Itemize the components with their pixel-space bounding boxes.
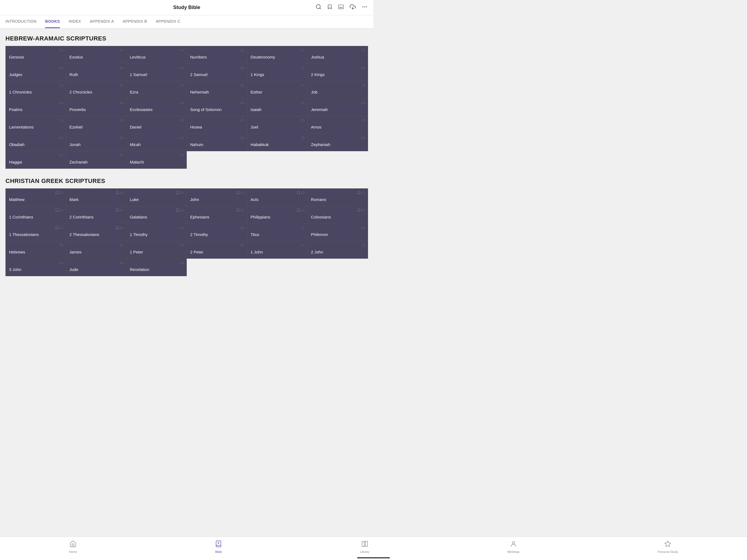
book-cell[interactable]: Judges [6, 64, 66, 81]
book-cell[interactable]: 2 Peter [187, 241, 247, 259]
book-cell[interactable]: Luke [127, 189, 187, 206]
tab-books[interactable]: BOOKS [45, 15, 60, 28]
book-cell[interactable]: Mark [66, 189, 127, 206]
book-cell[interactable]: Obadiah [6, 134, 66, 151]
book-name: Revelation [130, 267, 149, 272]
book-cell[interactable]: Haggai [6, 151, 66, 169]
cloud-icon[interactable] [350, 4, 356, 11]
book-cell[interactable]: Colossians [308, 206, 368, 224]
book-cell[interactable]: Psalms [6, 99, 66, 116]
book-cell[interactable]: Hebrews [6, 241, 66, 259]
book-cell[interactable]: Nahum [187, 134, 247, 151]
book-cell[interactable]: Matthew [6, 189, 66, 206]
tab-appendix-c[interactable]: APPENDIX C [156, 15, 180, 28]
book-cell[interactable]: 1 Thessalonians [6, 224, 66, 241]
audio-icon [180, 66, 184, 71]
audio-icon [240, 48, 244, 53]
book-name: James [70, 250, 81, 255]
svg-rect-54 [361, 103, 362, 104]
book-cell[interactable]: Nehemiah [187, 81, 247, 99]
book-cell[interactable]: Isaiah [247, 99, 308, 116]
tab-appendix-a[interactable]: APPENDIX A [90, 15, 114, 28]
book-cell[interactable]: Exodus [66, 46, 127, 64]
book-cell[interactable]: Joshua [308, 46, 368, 64]
audio-icon [240, 226, 244, 230]
book-cell[interactable]: Numbers [187, 46, 247, 64]
book-cell[interactable]: Titus [247, 224, 308, 241]
audio-icon [59, 48, 63, 53]
book-cell[interactable]: 3 John [6, 259, 66, 276]
book-cell[interactable]: Deuteronomy [247, 46, 308, 64]
book-cell[interactable]: Hosea [187, 116, 247, 134]
book-cell[interactable]: 1 Corinthians [6, 206, 66, 224]
book-cell[interactable]: 2 Timothy [187, 224, 247, 241]
book-cell[interactable]: Acts [247, 189, 308, 206]
book-cell[interactable]: James [66, 241, 127, 259]
book-cell[interactable]: Esther [247, 81, 308, 99]
tab-appendix-b[interactable]: APPENDIX B [123, 15, 147, 28]
book-cell[interactable]: Job [308, 81, 368, 99]
book-cell[interactable]: 2 Thessalonians [66, 224, 127, 241]
audio-bookmark-icons [116, 191, 124, 195]
audio-bookmark-icons [55, 208, 63, 212]
book-cell[interactable]: Leviticus [127, 46, 187, 64]
book-cell[interactable]: Philemon [308, 224, 368, 241]
book-cell[interactable]: 1 Samuel [127, 64, 187, 81]
book-cell[interactable]: 2 John [308, 241, 368, 259]
search-icon[interactable] [315, 4, 321, 11]
book-cell[interactable]: John [187, 189, 247, 206]
book-cell[interactable]: Zephaniah [308, 134, 368, 151]
book-cell[interactable]: 1 Peter [127, 241, 187, 259]
svg-rect-57 [62, 121, 62, 122]
book-cell[interactable]: Ezekiel [66, 116, 127, 134]
book-cell[interactable]: Amos [308, 116, 368, 134]
audio-icon [361, 66, 365, 71]
book-cell[interactable]: Malachi [127, 151, 187, 169]
book-name: Exodus [70, 55, 83, 59]
book-cell[interactable]: 1 Kings [247, 64, 308, 81]
book-cell[interactable]: Philippians [247, 206, 308, 224]
book-cell[interactable]: Habakkuk [247, 134, 308, 151]
audio-bookmark-icons [116, 208, 124, 212]
book-cell[interactable]: Revelation [127, 259, 187, 276]
book-cell[interactable]: 1 Timothy [127, 224, 187, 241]
book-cell[interactable]: Ezra [127, 81, 187, 99]
book-cell[interactable]: Proverbs [66, 99, 127, 116]
svg-rect-75 [243, 138, 244, 139]
book-cell[interactable]: Jonah [66, 134, 127, 151]
book-cell[interactable]: Joel [247, 116, 308, 134]
bookmark-icon[interactable] [327, 4, 333, 11]
svg-rect-98 [60, 211, 60, 212]
book-cell[interactable]: Song of Solomon [187, 99, 247, 116]
audio-icon [180, 261, 184, 265]
audio-icon [301, 244, 305, 248]
svg-rect-51 [243, 103, 244, 104]
text-size-icon[interactable]: Aa [338, 4, 344, 11]
book-name: 2 Samuel [190, 72, 207, 77]
tab-index[interactable]: INDEX [69, 15, 81, 28]
book-cell[interactable]: 2 Corinthians [66, 206, 127, 224]
book-name: Deuteronomy [251, 55, 275, 59]
hebrew-aramaic-title: HEBREW-ARAMAIC SCRIPTURES [5, 35, 368, 42]
book-cell[interactable]: Ephesians [187, 206, 247, 224]
book-cell[interactable]: 2 Chronicles [66, 81, 127, 99]
tab-introduction[interactable]: INTRODUCTION [5, 15, 36, 28]
book-cell[interactable]: 2 Samuel [187, 64, 247, 81]
book-cell[interactable]: Jeremiah [308, 99, 368, 116]
book-cell[interactable]: Romans [308, 189, 368, 206]
book-cell[interactable]: Genesis [6, 46, 66, 64]
book-cell[interactable]: Daniel [127, 116, 187, 134]
book-cell[interactable]: Galatians [127, 206, 187, 224]
book-cell[interactable]: 1 Chronicles [6, 81, 66, 99]
book-cell[interactable]: Micah [127, 134, 187, 151]
book-cell[interactable]: Lamentations [6, 116, 66, 134]
audio-icon [59, 119, 63, 123]
book-cell[interactable]: Ruth [66, 64, 127, 81]
book-cell[interactable]: 2 Kings [308, 64, 368, 81]
book-cell[interactable]: Jude [66, 259, 127, 276]
audio-icon [361, 101, 365, 105]
book-cell[interactable]: Zechariah [66, 151, 127, 169]
book-cell[interactable]: Ecclesiastes [127, 99, 187, 116]
more-icon[interactable] [361, 4, 368, 11]
book-cell[interactable]: 1 John [247, 241, 308, 259]
